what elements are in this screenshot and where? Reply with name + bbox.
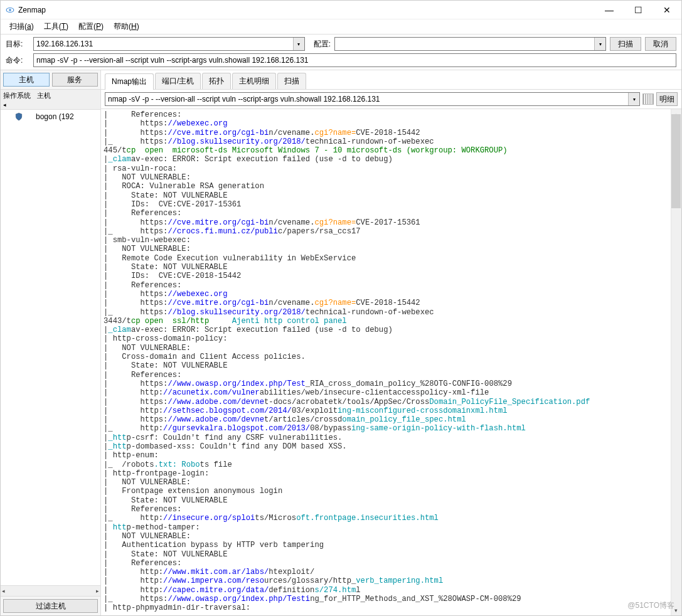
profile-label: 配置: xyxy=(314,39,331,50)
target-combo[interactable]: ▾ xyxy=(33,37,305,51)
menu-h[interactable]: 帮助(H) xyxy=(109,20,144,33)
cmd-filter-combo[interactable]: ▾ xyxy=(105,92,640,106)
host-row[interactable]: bogon (192 xyxy=(1,110,100,124)
output-tab-4[interactable]: 扫描 xyxy=(277,73,306,89)
column-host[interactable]: 主机 xyxy=(37,91,98,108)
scroll-thumb[interactable] xyxy=(671,114,681,208)
watermark: @51CTO博客 xyxy=(627,600,674,611)
target-dropdown-icon[interactable]: ▾ xyxy=(293,38,304,50)
close-button[interactable]: ✕ xyxy=(653,1,681,19)
profile-dropdown-icon[interactable]: ▾ xyxy=(594,38,605,50)
svg-point-1 xyxy=(9,9,11,11)
output-scrollbar[interactable]: ▴ ▾ xyxy=(671,109,681,615)
host-name: bogon (192 xyxy=(36,112,74,121)
host-list: bogon (192 xyxy=(1,110,100,585)
cmd-filter-input[interactable] xyxy=(105,93,628,105)
maximize-button[interactable]: ☐ xyxy=(624,1,653,19)
target-label: 目标: xyxy=(6,39,29,50)
output-tab-2[interactable]: 拓扑 xyxy=(202,73,231,89)
profile-input[interactable] xyxy=(335,38,594,50)
target-input[interactable] xyxy=(34,38,293,50)
right-pane: Nmap输出端口/主机拓扑主机明细扫描 ▾ 明细 | References: |… xyxy=(101,70,681,615)
scan-button[interactable]: 扫描 xyxy=(610,37,641,51)
left-scrollbar[interactable]: ◂ ▸ xyxy=(1,585,100,596)
os-shield-icon xyxy=(14,112,23,121)
cmd-filter-dropdown-icon[interactable]: ▾ xyxy=(628,93,639,105)
detail-button[interactable]: 明细 xyxy=(656,92,678,106)
menu-p[interactable]: 配置(P) xyxy=(73,20,109,33)
command-input[interactable] xyxy=(33,53,676,67)
menu-a[interactable]: 扫描(a) xyxy=(4,20,39,33)
titlebar: Zenmap — ☐ ✕ xyxy=(1,1,681,19)
filter-hosts-button[interactable]: 过滤主机 xyxy=(3,599,98,613)
menu-t[interactable]: 工具(T) xyxy=(39,20,73,33)
output-tab-1[interactable]: 端口/主机 xyxy=(155,73,201,89)
command-label: 命令: xyxy=(6,55,29,66)
window-title: Zenmap xyxy=(18,6,595,14)
scroll-left-icon[interactable]: ◂ xyxy=(2,588,5,594)
profile-combo[interactable]: ▾ xyxy=(334,37,606,51)
output-tab-0[interactable]: Nmap输出 xyxy=(105,73,154,90)
cancel-button[interactable]: 取消 xyxy=(645,37,676,51)
left-pane: 主机 服务 操作系统 ◂ 主机 bogon (192 ◂ ▸ 过滤主机 xyxy=(1,70,101,615)
services-tab-button[interactable]: 服务 xyxy=(52,73,99,87)
striped-icon[interactable] xyxy=(642,93,654,105)
output-tab-3[interactable]: 主机明细 xyxy=(232,73,276,89)
column-os[interactable]: 操作系统 ◂ xyxy=(3,91,37,108)
scroll-right-icon[interactable]: ▸ xyxy=(96,588,99,594)
hosts-tab-button[interactable]: 主机 xyxy=(3,73,50,87)
menubar: 扫描(a)工具(T)配置(P)帮助(H) xyxy=(1,19,681,35)
zenmap-icon xyxy=(6,6,14,14)
output-area[interactable]: | References: | https://webexec.org | ht… xyxy=(101,109,681,615)
output-tabs: Nmap输出端口/主机拓扑主机明细扫描 xyxy=(101,70,681,90)
nmap-output: | References: | https://webexec.org | ht… xyxy=(101,109,681,615)
minimize-button[interactable]: — xyxy=(595,1,624,19)
sort-arrow-icon: ◂ xyxy=(3,102,6,108)
